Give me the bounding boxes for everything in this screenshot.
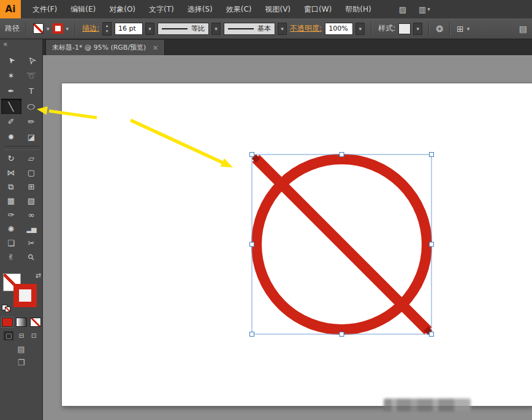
mesh-tool[interactable]: ▦: [1, 194, 21, 208]
zoom-tool[interactable]: ⚲: [21, 250, 42, 264]
opacity-label[interactable]: 不透明度:: [290, 23, 322, 34]
recolor-artwork-icon[interactable]: ❂: [436, 24, 443, 34]
hand-tool[interactable]: ✌: [1, 250, 21, 264]
watermark-blur: [384, 399, 471, 411]
width-profile-dropdown-button[interactable]: ▾: [211, 23, 221, 35]
opacity-dropdown[interactable]: ▾: [355, 23, 365, 35]
lasso-tool[interactable]: ➰: [21, 68, 42, 83]
stroke-label[interactable]: 描边:: [82, 23, 99, 34]
separator: [26, 22, 27, 36]
tools-grid: ➤➤✶➰✒T╲○✐✏✹◪↻▱⋈▢⧉⊞▦▧✑∞✺▂▅❏✂✌⚲: [0, 53, 42, 264]
separator: [75, 22, 76, 36]
gradient-tool[interactable]: ▧: [21, 194, 42, 208]
drawing-modes: ▢ ⊟ ⊡: [0, 331, 42, 340]
fill-color-swatch[interactable]: [33, 23, 44, 34]
selection-tool[interactable]: ➤: [1, 53, 21, 68]
perspective-grid-tool[interactable]: ⊞: [21, 180, 42, 194]
width-tool[interactable]: ⋈: [1, 166, 21, 180]
tools-divider: [4, 146, 39, 150]
style-swatch[interactable]: [398, 23, 411, 34]
menu-effect[interactable]: 效果(C): [219, 0, 259, 18]
stepper-up-icon[interactable]: ▴: [103, 23, 111, 29]
draw-behind-mode-icon[interactable]: ⊟: [17, 331, 26, 340]
chevron-down-icon: ▾: [427, 6, 430, 12]
color-button[interactable]: [2, 318, 13, 327]
menu-view[interactable]: 视图(V): [258, 0, 297, 18]
default-fill-stroke-icon[interactable]: [2, 305, 10, 312]
gradient-tool-icon: ▧: [28, 197, 35, 205]
column-graph-tool[interactable]: ▂▅: [21, 222, 42, 236]
blend-tool-icon: ∞: [28, 211, 35, 219]
slice-tool[interactable]: ✂: [21, 236, 42, 250]
menu-select[interactable]: 选择(S): [181, 0, 219, 18]
menu-type[interactable]: 文字(T): [142, 0, 181, 18]
draw-inside-mode-icon[interactable]: ⊡: [29, 331, 39, 340]
style-label: 样式:: [378, 23, 395, 34]
opacity-input[interactable]: 100%: [325, 23, 353, 35]
direct-selection-tool-icon: ➤: [26, 55, 37, 66]
blend-tool[interactable]: ∞: [21, 208, 42, 222]
panels-stack-icon[interactable]: ❐: [18, 358, 25, 367]
none-button[interactable]: [30, 318, 41, 327]
selection-tool-icon: ➤: [6, 55, 17, 66]
rotate-tool[interactable]: ↻: [1, 151, 21, 166]
paintbrush-tool[interactable]: ✐: [1, 114, 21, 129]
pen-tool[interactable]: ✒: [1, 83, 21, 99]
style-dropdown[interactable]: ▾: [413, 23, 422, 35]
eraser-tool[interactable]: ◪: [21, 129, 42, 145]
fill-caret-icon[interactable]: ▾: [47, 26, 50, 32]
artboard-tool[interactable]: ❏: [1, 236, 21, 250]
bridge-glyph: ▨: [399, 5, 406, 14]
mesh-tool-icon: ▦: [7, 197, 15, 205]
menu-object[interactable]: 对象(O): [102, 0, 142, 18]
menu-help[interactable]: 帮助(H): [338, 0, 378, 18]
stroke-swatch[interactable]: [13, 284, 37, 307]
type-tool-icon: T: [29, 87, 34, 95]
screen-mode-icon[interactable]: ▤: [17, 345, 25, 354]
bridge-icon[interactable]: ▨: [399, 5, 406, 14]
brush-definition-dropdown[interactable]: 基本: [224, 23, 275, 35]
stroke-width-input[interactable]: 16 pt: [115, 23, 143, 35]
tab-close-icon[interactable]: ×: [152, 44, 158, 52]
gradient-button[interactable]: [16, 318, 27, 327]
blob-brush-tool[interactable]: ✹: [1, 129, 21, 145]
shape-builder-tool[interactable]: ⧉: [1, 180, 21, 194]
tools-panel: « ➤➤✶➰✒T╲○✐✏✹◪↻▱⋈▢⧉⊞▦▧✑∞✺▂▅❏✂✌⚲ ⇄ ▢ ⊟ ⊡ …: [0, 39, 43, 420]
pencil-tool[interactable]: ✏: [21, 114, 42, 129]
chevron-down-icon: ▾: [281, 26, 284, 32]
separator: [449, 22, 450, 36]
free-transform-tool[interactable]: ▢: [21, 166, 42, 180]
ellipse-tool[interactable]: ○: [21, 99, 42, 114]
stroke-width-dropdown[interactable]: ▾: [145, 23, 154, 35]
stepper-down-icon[interactable]: ▾: [103, 29, 111, 34]
zoom-tool-icon: ⚲: [26, 253, 36, 262]
swap-fill-stroke-icon[interactable]: ⇄: [36, 272, 41, 280]
line-segment-tool[interactable]: ╲: [1, 99, 21, 114]
separator: [371, 22, 372, 36]
panel-menu-icon[interactable]: ▤: [519, 24, 527, 34]
align-icon[interactable]: ⊞: [457, 24, 464, 34]
stroke-width-stepper[interactable]: ▴ ▾: [102, 22, 112, 36]
artboard[interactable]: [61, 83, 532, 407]
stroke-caret-icon[interactable]: ▾: [66, 26, 69, 32]
type-tool[interactable]: T: [21, 83, 42, 99]
magic-wand-tool[interactable]: ✶: [1, 68, 21, 83]
width-profile-dropdown[interactable]: 等比: [158, 23, 209, 35]
brush-definition-dropdown-button[interactable]: ▾: [278, 23, 287, 35]
document-tab[interactable]: 未标题-1* @ 95% (RGB/预览) ×: [45, 40, 165, 55]
canvas-area[interactable]: [43, 55, 532, 420]
menu-window[interactable]: 窗口(W): [297, 0, 338, 18]
stroke-color-swatch[interactable]: [53, 23, 63, 34]
draw-normal-mode-icon[interactable]: ▢: [4, 331, 13, 340]
eyedropper-tool[interactable]: ✑: [1, 208, 21, 222]
scale-tool[interactable]: ▱: [21, 151, 42, 166]
direct-selection-tool[interactable]: ➤: [21, 53, 42, 68]
menu-edit[interactable]: 编辑(E): [64, 0, 102, 18]
workspace-switcher-icon[interactable]: ▥ ▾: [419, 5, 430, 14]
menu-file[interactable]: 文件(F): [26, 0, 64, 18]
pen-tool-icon: ✒: [8, 87, 15, 95]
menu-items: 文件(F)编辑(E)对象(O)文字(T)选择(S)效果(C)视图(V)窗口(W)…: [26, 0, 378, 18]
tools-collapse-icon[interactable]: «: [0, 39, 42, 53]
menu-bar: Ai 文件(F)编辑(E)对象(O)文字(T)选择(S)效果(C)视图(V)窗口…: [0, 0, 532, 19]
symbol-sprayer-tool[interactable]: ✺: [1, 222, 21, 236]
